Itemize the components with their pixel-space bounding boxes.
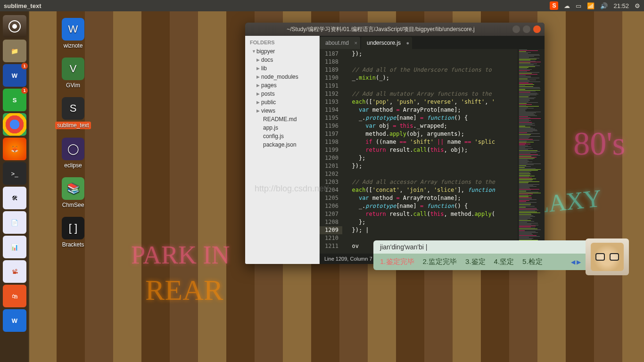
code-editor[interactable]: }); // Add all of the Underscore functio… <box>342 49 517 254</box>
sidebar-file[interactable]: config.js <box>245 132 319 140</box>
window-title: ~/Study/编程学习资料/01.编程语言/JavaScript/项目/big… <box>249 25 512 33</box>
sidebar-header: FOLDERS <box>245 36 319 47</box>
sidebar-folder[interactable]: ▶public <box>245 98 319 107</box>
launcher-calc[interactable]: 📊 <box>3 236 26 258</box>
editor-tab[interactable]: underscore.js● <box>361 37 412 49</box>
sublime-text-window: ~/Study/编程学习资料/01.编程语言/JavaScript/项目/big… <box>245 23 545 264</box>
sublime-sidebar: FOLDERS ▼bigpyer ▶docs▶lib▶node_modules▶… <box>245 36 320 264</box>
window-titlebar[interactable]: ~/Study/编程学习资料/01.编程语言/JavaScript/项目/big… <box>245 23 545 36</box>
wallpaper-decoration: REAR <box>145 273 223 307</box>
window-maximize-button[interactable] <box>523 25 530 33</box>
launcher-wiznote[interactable]: W <box>3 309 26 332</box>
ime-candidate[interactable]: 4.坚定 <box>494 257 514 266</box>
sound-icon[interactable]: 🔊 <box>600 2 608 9</box>
focused-app-name: sublime_text <box>4 2 41 9</box>
sidebar-file[interactable]: app.js <box>245 123 319 132</box>
sidebar-folder[interactable]: ▶posts <box>245 90 319 98</box>
window-minimize-button[interactable] <box>512 25 520 33</box>
launcher-word[interactable]: W1 <box>3 64 26 87</box>
sidebar-file[interactable]: README.md <box>245 115 319 123</box>
sidebar-folder[interactable]: ▶lib <box>245 64 319 73</box>
ime-candidate-window: jian'ding'wan'bi | 1.鉴定完毕2.监定完毕3.鉴定4.坚定5… <box>373 240 628 270</box>
tab-bar: about.md×underscore.js● <box>320 36 545 49</box>
sidebar-folder[interactable]: ▶views <box>245 107 319 115</box>
unity-launcher: 📁 W1 S1 🦊 >_ 🛠 📄 📊 📽 🛍 W <box>0 11 29 362</box>
desktop-icon-Brackets[interactable]: [ ]Brackets <box>52 217 94 248</box>
sidebar-root-folder[interactable]: ▼bigpyer <box>245 47 319 56</box>
desktop-icon-sublime_text[interactable]: Ssublime_text <box>52 97 94 129</box>
status-cursor-position: Line 1209, Column 7 <box>324 256 372 262</box>
launcher-writer[interactable]: 📄 <box>3 211 26 234</box>
ime-candidate[interactable]: 1.鉴定完毕 <box>380 257 414 266</box>
desktop-icon-wiznote[interactable]: Wwiznote <box>52 18 94 49</box>
launcher-workbench[interactable]: 🛠 <box>3 187 26 209</box>
launcher-skype[interactable]: S1 <box>3 89 26 111</box>
sogou-ime-indicator[interactable]: S <box>550 1 558 10</box>
launcher-chrome[interactable] <box>3 113 26 136</box>
launcher-impress[interactable]: 📽 <box>3 260 26 283</box>
svg-point-1 <box>12 24 17 29</box>
ime-candidate[interactable]: 3.鉴定 <box>465 257 486 266</box>
dash-home-icon[interactable] <box>3 15 26 38</box>
desktop-icon-ChmSee[interactable]: 📚ChmSee <box>52 177 94 208</box>
tab-close-icon[interactable]: × <box>355 40 357 46</box>
ime-candidate[interactable]: 5.检定 <box>522 257 543 266</box>
sidebar-file[interactable]: package.json <box>245 140 319 149</box>
sidebar-folder[interactable]: ▶node_modules <box>245 73 319 81</box>
sidebar-folder[interactable]: ▶pages <box>245 81 319 90</box>
editor-tab[interactable]: about.md× <box>320 37 360 49</box>
wallpaper-decoration: 80's <box>573 125 625 163</box>
editor-area: about.md×underscore.js● 1187118811891190… <box>320 36 545 264</box>
launcher-terminal[interactable]: >_ <box>3 162 26 185</box>
launcher-firefox[interactable]: 🦊 <box>3 138 26 160</box>
window-close-button[interactable] <box>533 25 541 33</box>
session-gear-icon[interactable]: ⚙ <box>635 2 640 9</box>
wallpaper-decoration: PARK IN <box>131 240 230 270</box>
top-panel: sublime_text S ☁ ▭ 📶 🔊 21:52 ⚙ <box>0 0 644 11</box>
minimap[interactable] <box>517 49 545 254</box>
desktop-icon-eclipse[interactable]: ◯eclipse <box>52 138 94 169</box>
launcher-files[interactable]: 📁 <box>3 40 26 62</box>
clock[interactable]: 21:52 <box>613 2 629 9</box>
desktop-icons: WwiznoteVGVimSsublime_text◯eclipse📚ChmSe… <box>52 18 94 256</box>
desktop-icon-GVim[interactable]: VGVim <box>52 58 94 89</box>
sidebar-folder[interactable]: ▶docs <box>245 56 319 64</box>
line-gutter[interactable]: 1187118811891190119111921193119411951196… <box>320 49 342 254</box>
battery-icon[interactable]: ▭ <box>576 2 581 9</box>
weather-icon[interactable]: ☁ <box>564 2 570 9</box>
tab-dirty-icon[interactable]: ● <box>406 40 409 46</box>
launcher-software-center[interactable]: 🛍 <box>3 285 26 307</box>
ime-candidate[interactable]: 2.监定完毕 <box>423 257 457 266</box>
ime-page-nav[interactable]: ◀ ▶ <box>571 259 581 265</box>
ime-mascot-avatar <box>586 239 629 275</box>
network-icon[interactable]: 📶 <box>587 2 594 9</box>
